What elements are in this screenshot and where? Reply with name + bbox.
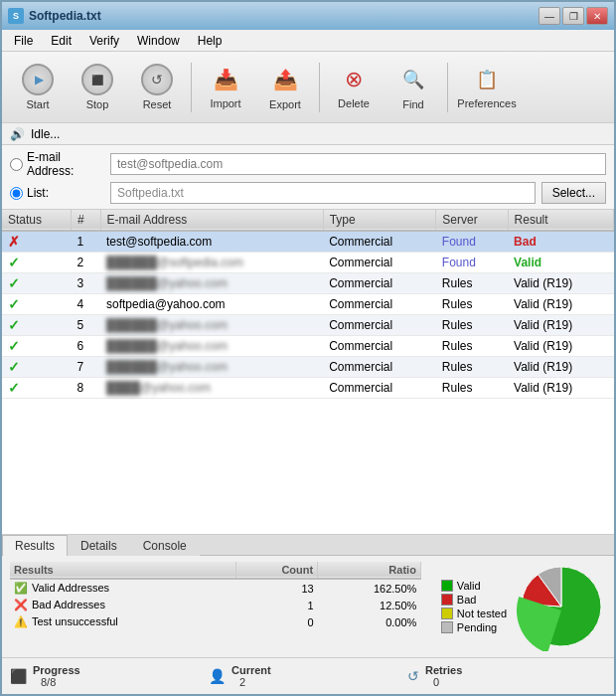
table-row[interactable]: ✓5██████@yahoo.comCommercialRulesValid (… xyxy=(2,315,614,336)
table-row[interactable]: ✓3██████@yahoo.comCommercialRulesValid (… xyxy=(2,273,614,294)
cell-type: Commercial xyxy=(323,357,436,378)
cell-status: ✓ xyxy=(2,273,72,294)
titlebar-left: S Softpedia.txt xyxy=(8,8,101,24)
cell-email: ██████@yahoo.com xyxy=(100,336,323,357)
results-row: ❌Bad Addresses112.50% xyxy=(10,597,420,613)
results-col-ratio: Ratio xyxy=(318,562,421,579)
col-header-num: # xyxy=(72,210,100,231)
results-summary-table: Results Count Ratio ✅Valid Addresses1316… xyxy=(10,562,421,630)
menu-edit[interactable]: Edit xyxy=(43,32,79,50)
email-table-container[interactable]: Status # E-mail Address Type Server Resu… xyxy=(2,210,614,535)
table-row[interactable]: ✓2██████@softpedia.comCommercialFoundVal… xyxy=(2,253,614,273)
menu-file[interactable]: File xyxy=(6,32,41,50)
cell-server: Rules xyxy=(436,336,508,357)
cell-result: Valid (R19) xyxy=(508,357,613,378)
email-input[interactable] xyxy=(110,153,606,175)
cell-status: ✓ xyxy=(2,357,72,378)
stop-label: Stop xyxy=(86,98,109,110)
select-button[interactable]: Select... xyxy=(541,182,606,204)
delete-label: Delete xyxy=(338,97,370,109)
col-header-status: Status xyxy=(2,210,72,231)
legend-label: Pending xyxy=(457,621,497,633)
table-row[interactable]: ✓7██████@yahoo.comCommercialRulesValid (… xyxy=(2,357,614,378)
table-row[interactable]: ✗1test@softpedia.comCommercialFoundBad xyxy=(2,231,614,253)
cell-result: Valid (R19) xyxy=(508,273,613,294)
results-row: ✅Valid Addresses13162.50% xyxy=(10,579,420,597)
cell-result: Valid (R19) xyxy=(508,315,613,336)
results-cell-ratio: 0.00% xyxy=(318,613,421,630)
preferences-label: Preferences xyxy=(457,97,516,109)
import-button[interactable]: Import xyxy=(198,57,253,118)
legend-color xyxy=(441,608,453,619)
tab-console[interactable]: Console xyxy=(130,535,200,556)
cell-result: Valid xyxy=(508,253,613,273)
cell-server: Rules xyxy=(436,357,508,378)
minimize-button[interactable]: — xyxy=(539,7,560,25)
menu-window[interactable]: Window xyxy=(129,32,188,50)
stop-button[interactable]: Stop xyxy=(70,57,125,118)
menu-help[interactable]: Help xyxy=(190,32,231,50)
results-cell-count: 1 xyxy=(235,597,317,613)
retries-icon: ↺ xyxy=(407,668,419,684)
export-label: Export xyxy=(269,98,301,110)
legend: ValidBadNot testedPending xyxy=(441,562,507,651)
cell-server: Rules xyxy=(436,273,508,294)
progress-item: ⬛ Progress 8/8 xyxy=(10,664,209,688)
speaker-icon: 🔊 xyxy=(10,127,25,141)
cell-status: ✓ xyxy=(2,378,72,399)
results-cell-count: 13 xyxy=(235,579,317,597)
find-button[interactable]: Find xyxy=(385,57,441,118)
main-window: S Softpedia.txt — ❐ ✕ File Edit Verify W… xyxy=(0,0,616,696)
legend-item: Not tested xyxy=(441,608,507,619)
col-header-email: E-mail Address xyxy=(100,210,323,231)
cell-email: ██████@yahoo.com xyxy=(100,273,323,294)
progress-icon: ⬛ xyxy=(10,668,27,684)
footer-bar: ⬛ Progress 8/8 👤 Current 2 ↺ Retries 0 xyxy=(2,657,614,694)
cell-status: ✓ xyxy=(2,294,72,315)
delete-icon xyxy=(339,65,369,94)
cell-num: 4 xyxy=(72,294,100,315)
close-button[interactable]: ✕ xyxy=(586,7,608,25)
table-row[interactable]: ✓4softpedia@yahoo.comCommercialRulesVali… xyxy=(2,294,614,315)
tab-details[interactable]: Details xyxy=(68,535,130,556)
email-row: E-mail Address: xyxy=(10,150,606,178)
window-title: Softpedia.txt xyxy=(29,9,101,23)
export-button[interactable]: Export xyxy=(257,57,313,118)
results-cell-ratio: 162.50% xyxy=(318,579,421,597)
preferences-button[interactable]: Preferences xyxy=(454,57,520,118)
export-icon xyxy=(269,64,301,95)
titlebar-buttons: — ❐ ✕ xyxy=(539,7,608,25)
results-cell-label: ❌Bad Addresses xyxy=(10,597,235,613)
delete-button[interactable]: Delete xyxy=(326,57,382,118)
cell-type: Commercial xyxy=(323,294,436,315)
tab-results[interactable]: Results xyxy=(2,535,68,556)
reset-button[interactable]: Reset xyxy=(129,57,185,118)
cell-email: ██████@softpedia.com xyxy=(100,253,323,273)
legend-label: Not tested xyxy=(457,608,507,619)
titlebar: S Softpedia.txt — ❐ ✕ xyxy=(2,2,614,30)
table-row[interactable]: ✓8████@yahoo.comCommercialRulesValid (R1… xyxy=(2,378,614,399)
cell-email: softpedia@yahoo.com xyxy=(100,294,323,315)
table-row[interactable]: ✓6██████@yahoo.comCommercialRulesValid (… xyxy=(2,336,614,357)
tabs-bar: Results Details Console xyxy=(2,535,614,556)
list-row: List: Select... xyxy=(10,182,606,204)
list-radio[interactable] xyxy=(10,187,23,200)
results-cell-count: 0 xyxy=(235,613,317,630)
start-button[interactable]: Start xyxy=(10,57,66,118)
cell-status: ✓ xyxy=(2,315,72,336)
toolbar-separator-1 xyxy=(191,63,192,112)
preferences-icon xyxy=(472,65,502,94)
cell-type: Commercial xyxy=(323,336,436,357)
legend-item: Bad xyxy=(441,594,507,606)
list-input[interactable] xyxy=(110,182,536,204)
restore-button[interactable]: ❐ xyxy=(562,7,584,25)
email-radio[interactable] xyxy=(10,158,23,171)
cell-num: 5 xyxy=(72,315,100,336)
menubar: File Edit Verify Window Help xyxy=(2,30,614,52)
cell-type: Commercial xyxy=(323,273,436,294)
legend-color xyxy=(441,594,453,606)
cell-num: 1 xyxy=(72,231,100,253)
cell-email: ████@yahoo.com xyxy=(100,378,323,399)
menu-verify[interactable]: Verify xyxy=(81,32,127,50)
cell-num: 7 xyxy=(72,357,100,378)
